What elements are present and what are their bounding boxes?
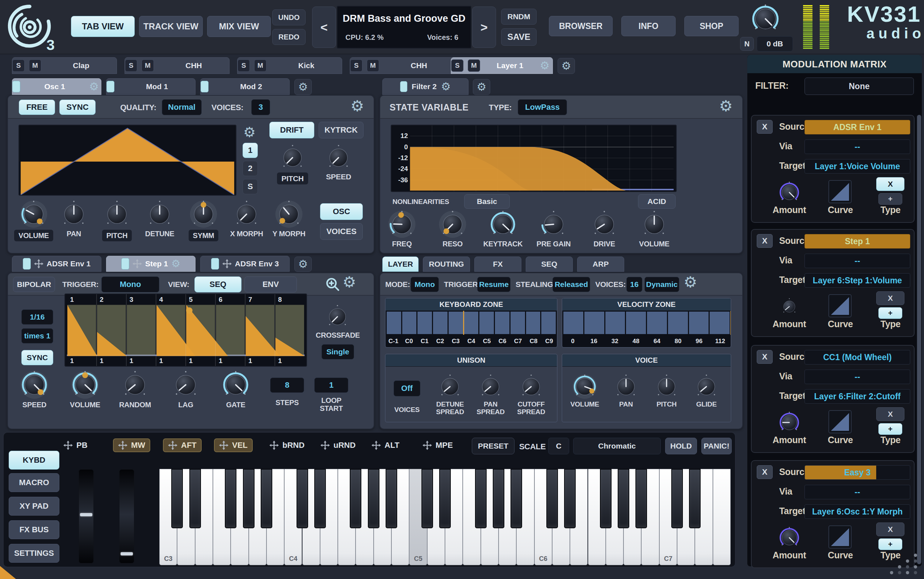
x-morph-knob[interactable] bbox=[233, 200, 261, 228]
osc-sync-button[interactable]: SYNC bbox=[59, 100, 96, 115]
pitch-knob[interactable] bbox=[103, 200, 131, 228]
kytrck-button[interactable]: KYTRCK bbox=[319, 122, 363, 138]
piano-key-black[interactable] bbox=[636, 469, 647, 528]
piano-key-black[interactable] bbox=[671, 469, 683, 528]
zone-column[interactable] bbox=[689, 312, 709, 334]
piano-key-black[interactable] bbox=[439, 469, 451, 528]
type-x-button[interactable]: X bbox=[876, 177, 904, 191]
zone-column[interactable] bbox=[541, 312, 556, 334]
random-knob[interactable] bbox=[121, 370, 150, 399]
zone-velocity-zone[interactable]: VELOCITY ZONE0163248648096112 bbox=[562, 298, 732, 348]
zone-column[interactable] bbox=[387, 312, 401, 334]
scale-key-value[interactable]: C bbox=[548, 438, 569, 455]
symm-knob[interactable] bbox=[189, 200, 218, 228]
hold-button[interactable]: HOLD bbox=[665, 438, 697, 455]
layer-tab-arp[interactable]: ARP bbox=[577, 257, 624, 272]
layer-tab-routing[interactable]: ROUTING bbox=[423, 257, 470, 272]
cutoff-spread-knob[interactable] bbox=[518, 374, 544, 399]
voices-mode-value[interactable]: Dynamic bbox=[644, 277, 679, 292]
osc-enable-checkbox[interactable] bbox=[106, 81, 114, 92]
mod-tab-adsr-env-1[interactable]: ADSR Env 1 bbox=[12, 256, 101, 272]
wave-button-2[interactable]: 2 bbox=[243, 161, 258, 176]
solo-button[interactable]: S bbox=[238, 59, 250, 72]
pan-knob[interactable] bbox=[613, 374, 639, 399]
preset-next-button[interactable]: > bbox=[472, 7, 496, 48]
lag-knob[interactable] bbox=[171, 370, 200, 399]
slot-remove-button[interactable]: X bbox=[757, 234, 772, 248]
osc-enable-checkbox[interactable] bbox=[12, 81, 20, 92]
slot-target-value[interactable]: Layer 6:Filter 2:Cutoff bbox=[805, 389, 910, 404]
tab-osc-1[interactable]: Osc 1⚙ bbox=[12, 78, 101, 95]
mod-tab-step-1[interactable]: Step 1⚙ bbox=[106, 256, 196, 272]
view-button-tab-view[interactable]: TAB VIEW bbox=[71, 16, 135, 37]
mod-wheel[interactable] bbox=[119, 469, 135, 564]
layer-voices-value[interactable]: 16 bbox=[626, 277, 642, 292]
side-tab-xy-pad[interactable]: XY PAD bbox=[9, 497, 59, 515]
piano-key-black[interactable] bbox=[171, 469, 183, 528]
osc-free-button[interactable]: FREE bbox=[19, 100, 55, 115]
freq-knob[interactable] bbox=[388, 210, 416, 239]
piano-key-black[interactable] bbox=[297, 469, 308, 528]
matrix-filter-value[interactable]: None bbox=[805, 77, 914, 95]
zone-column[interactable] bbox=[526, 312, 541, 334]
stepseq-gear-icon[interactable]: ⚙ bbox=[342, 275, 356, 290]
zone-column[interactable] bbox=[710, 312, 730, 334]
slot-target-value[interactable]: Layer 6:Osc 1:Y Morph bbox=[805, 504, 910, 519]
filter-response-display[interactable]: 120-12-24-36 bbox=[391, 124, 677, 192]
master-db-value[interactable]: 0 dB bbox=[757, 36, 793, 51]
piano-key-black[interactable] bbox=[689, 469, 701, 528]
crossfade-knob[interactable] bbox=[325, 304, 350, 329]
detune-knob[interactable] bbox=[145, 200, 174, 228]
mod-enable-checkbox[interactable] bbox=[121, 258, 129, 270]
slot-source-value[interactable]: CC1 (Mod Wheel) bbox=[805, 350, 910, 365]
undo-button[interactable]: UNDO bbox=[272, 10, 306, 25]
type-x-button[interactable]: X bbox=[876, 291, 904, 305]
times-value[interactable]: times 1 bbox=[21, 328, 53, 343]
volume-knob[interactable] bbox=[20, 200, 48, 228]
scale-value[interactable]: Chromatic bbox=[573, 438, 661, 455]
zone-column[interactable] bbox=[402, 312, 417, 334]
zone-column[interactable] bbox=[563, 312, 583, 334]
type-plus-button[interactable]: + bbox=[878, 423, 902, 435]
solo-button[interactable]: S bbox=[12, 59, 24, 72]
type-plus-button[interactable]: + bbox=[878, 538, 902, 550]
piano-key-black[interactable] bbox=[261, 469, 272, 528]
piano-key-white[interactable] bbox=[713, 469, 731, 565]
slot-source-value[interactable]: ADSR Env 1 bbox=[805, 120, 910, 134]
mute-button[interactable]: M bbox=[142, 59, 154, 72]
stealing-value[interactable]: Released bbox=[552, 277, 590, 292]
type-plus-button[interactable]: + bbox=[878, 307, 902, 319]
mod-settings-gear-button[interactable]: ⚙ bbox=[294, 257, 312, 272]
type-x-button[interactable]: X bbox=[876, 407, 904, 421]
steps-value[interactable]: 8 bbox=[270, 378, 304, 393]
mute-button[interactable]: M bbox=[29, 59, 41, 72]
piano-key-black[interactable] bbox=[422, 469, 433, 528]
crossfade-value[interactable]: Single bbox=[321, 344, 354, 360]
layer-settings-gear-button[interactable]: ⚙ bbox=[557, 58, 575, 74]
mod-enable-checkbox[interactable] bbox=[23, 258, 31, 270]
filter-tab-gear-icon[interactable]: ⚙ bbox=[441, 81, 451, 92]
amount-knob[interactable] bbox=[778, 527, 800, 549]
osc-settings-gear-button[interactable]: ⚙ bbox=[294, 79, 312, 95]
piano-key-black[interactable] bbox=[493, 469, 504, 528]
zone-keyboard-zone[interactable]: KEYBOARD ZONEC-1C0C1C2C3C4C5C6C7C8C9 bbox=[385, 298, 557, 348]
tab-filter-2[interactable]: Filter 2 ⚙ bbox=[382, 78, 469, 95]
speed-knob[interactable] bbox=[20, 370, 49, 399]
solo-button[interactable]: S bbox=[350, 59, 362, 72]
piano-key-black[interactable] bbox=[189, 469, 201, 528]
acid-button[interactable]: ACID bbox=[638, 194, 676, 209]
slot-source-value[interactable]: Step 1 bbox=[805, 234, 910, 249]
side-tab-settings[interactable]: SETTINGS bbox=[9, 544, 59, 563]
mod-chip-mpe[interactable]: MPE bbox=[422, 441, 453, 450]
mod-chip-urnd[interactable]: uRND bbox=[320, 441, 355, 450]
zone-column[interactable] bbox=[584, 312, 604, 334]
mute-button[interactable]: M bbox=[468, 59, 480, 72]
reso-knob[interactable] bbox=[438, 210, 467, 239]
zone-column[interactable] bbox=[668, 312, 688, 334]
piano-key-black[interactable] bbox=[314, 469, 326, 528]
curve-selector[interactable] bbox=[828, 294, 852, 317]
slot-target-value[interactable]: Layer 6:Step 1:Volume bbox=[805, 273, 910, 288]
osc-voices-value[interactable]: 3 bbox=[251, 99, 270, 115]
randomize-button[interactable]: RNDM bbox=[501, 9, 536, 25]
track-tab-clap[interactable]: SMClap bbox=[12, 57, 117, 74]
